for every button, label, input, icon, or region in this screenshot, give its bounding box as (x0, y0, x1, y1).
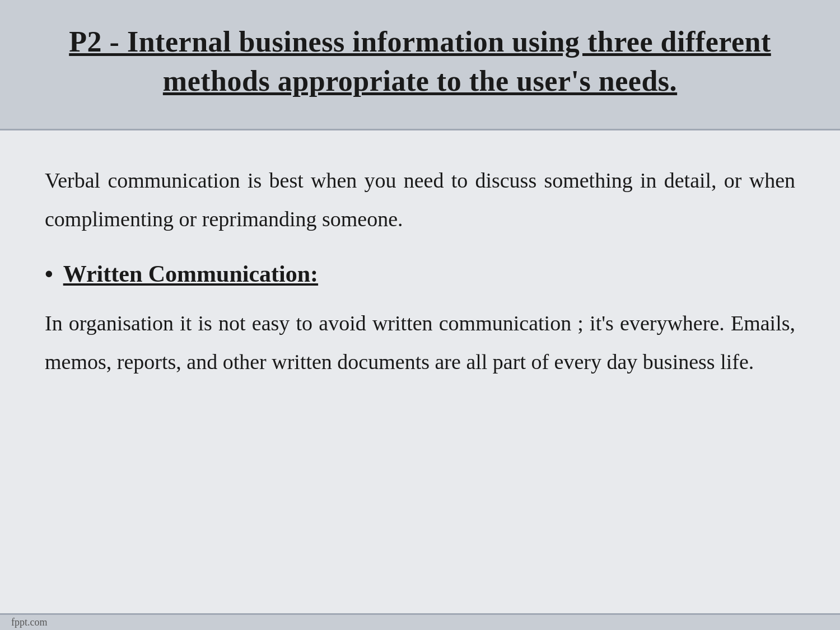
written-communication-heading: Written Communication: (63, 260, 318, 287)
header-section: P2 - Internal business information using… (0, 0, 840, 130)
slide-container: P2 - Internal business information using… (0, 0, 840, 630)
bullet-heading-container: • Written Communication: (45, 260, 795, 287)
verbal-paragraph: Verbal communication is best when you ne… (45, 161, 795, 238)
bullet-dot: • (45, 262, 53, 286)
written-paragraph: In organisation it is not easy to avoid … (45, 304, 795, 381)
content-section: Verbal communication is best when you ne… (0, 130, 840, 613)
footer-text: fppt.com (11, 617, 48, 628)
slide-title: P2 - Internal business information using… (45, 22, 795, 101)
footer-bar: fppt.com (0, 613, 840, 630)
